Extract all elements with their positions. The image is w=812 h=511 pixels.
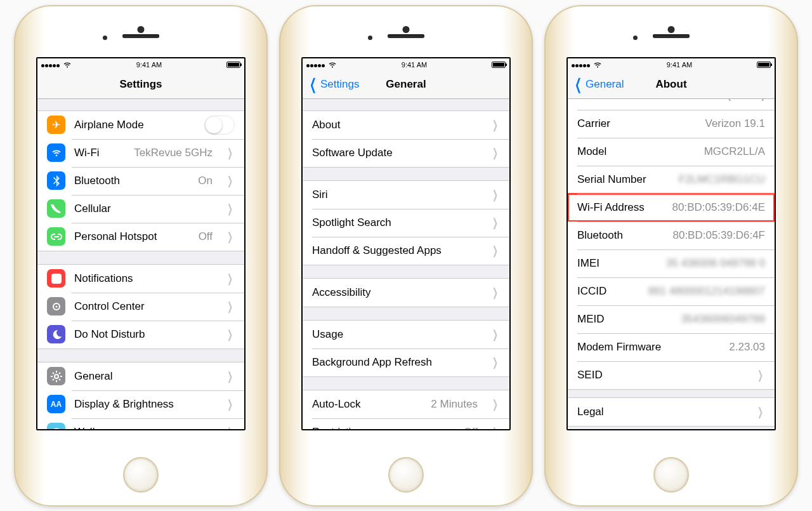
row-siri[interactable]: Siri❯ <box>303 181 509 209</box>
row-personal-hotspot[interactable]: Personal Hotspot Off ❯ <box>37 223 244 251</box>
chevron-right-icon: ❯ <box>492 328 498 342</box>
chevron-right-icon: ❯ <box>227 230 233 244</box>
row-display-brightness[interactable]: AA Display & Brightness ❯ <box>37 390 244 418</box>
chevron-right-icon: ❯ <box>492 146 498 160</box>
chevron-right-icon: ❯ <box>492 425 498 429</box>
battery-icon <box>492 62 506 68</box>
screen-about: 9:41 AM ❮ General About Version8.3 (12F7… <box>566 57 776 430</box>
row-general[interactable]: General ❯ <box>37 362 244 390</box>
bluetooth-icon <box>47 171 65 190</box>
sensor-dot <box>103 36 107 40</box>
back-button[interactable]: ❮ Settings <box>306 71 359 98</box>
chevron-right-icon: ❯ <box>227 272 233 286</box>
clock: 9:41 AM <box>136 61 162 69</box>
row-iccid: ICCID891 4800001214198807 <box>568 277 775 305</box>
chevron-left-icon: ❮ <box>575 77 582 92</box>
row-model: ModelMGCR2LL/A <box>568 138 775 166</box>
earpiece-speaker <box>653 34 690 38</box>
row-spotlight-search[interactable]: Spotlight Search❯ <box>303 209 509 237</box>
row-background-app-refresh[interactable]: Background App Refresh❯ <box>303 348 509 376</box>
airplane-icon: ✈ <box>47 116 65 134</box>
row-do-not-disturb[interactable]: Do Not Disturb ❯ <box>37 321 244 348</box>
sensor-dot <box>633 36 638 40</box>
row-auto-lock[interactable]: Auto-Lock2 Minutes❯ <box>303 390 509 418</box>
nav-header: ❮ Settings General <box>303 71 509 99</box>
row-airplane-mode[interactable]: ✈ Airplane Mode <box>37 111 244 139</box>
row-imei: IMEI35 436006 049799 0 <box>568 249 775 277</box>
cellular-icon <box>47 199 65 218</box>
chevron-right-icon: ❯ <box>227 425 233 429</box>
row-wallpaper[interactable]: Wallpaper ❯ <box>37 418 244 429</box>
svg-point-1 <box>55 305 57 307</box>
row-usage[interactable]: Usage❯ <box>303 321 509 348</box>
wallpaper-icon <box>47 423 65 429</box>
row-about[interactable]: About❯ <box>303 111 509 139</box>
signal-dots-icon <box>306 61 325 69</box>
display-icon: AA <box>47 395 65 413</box>
screen-general: 9:41 AM ❮ Settings General About❯ Softwa… <box>301 57 511 430</box>
dnd-moon-icon <box>47 325 65 343</box>
row-carrier: CarrierVerizon 19.1 <box>568 110 775 138</box>
row-control-center[interactable]: Control Center ❯ <box>37 293 244 321</box>
row-cellular[interactable]: Cellular ❯ <box>37 195 244 223</box>
row-serial-number: Serial NumberF2LMC1RBG1CU <box>568 166 775 194</box>
status-bar: 9:41 AM <box>568 58 775 71</box>
row-software-update[interactable]: Software Update❯ <box>303 139 509 167</box>
chevron-right-icon: ❯ <box>227 328 233 342</box>
chevron-right-icon: ❯ <box>227 369 233 383</box>
nav-title: General <box>386 78 426 91</box>
wifi-icon <box>328 62 337 68</box>
chevron-right-icon: ❯ <box>757 405 763 419</box>
camera-dot <box>138 26 145 33</box>
row-wifi-address: Wi-Fi Address80:BD:05:39:D6:4E <box>568 194 775 222</box>
chevron-right-icon: ❯ <box>227 146 233 160</box>
wifi-icon <box>63 62 72 68</box>
row-seid[interactable]: SEID❯ <box>568 361 775 389</box>
chevron-right-icon: ❯ <box>492 188 498 202</box>
group-network: ✈ Airplane Mode Wi-Fi TekRevue 5GHz ❯ Bl… <box>37 110 244 251</box>
camera-dot <box>403 26 410 33</box>
chevron-right-icon: ❯ <box>227 397 233 411</box>
sensor-dot <box>368 36 372 40</box>
signal-dots-icon <box>572 61 591 69</box>
home-button[interactable] <box>388 457 424 493</box>
row-bluetooth[interactable]: Bluetooth On ❯ <box>37 167 244 195</box>
status-bar: 9:41 AM <box>37 58 244 71</box>
phone-1-settings: 9:41 AM Settings ✈ Airplane Mode Wi-Fi T… <box>14 5 268 507</box>
row-restrictions[interactable]: RestrictionsOff❯ <box>303 418 509 429</box>
chevron-right-icon: ❯ <box>492 397 498 411</box>
home-button[interactable] <box>653 457 689 493</box>
wifi-icon <box>593 62 602 68</box>
chevron-right-icon: ❯ <box>227 174 233 188</box>
row-version: Version8.3 (12F70) <box>568 99 775 110</box>
chevron-right-icon: ❯ <box>227 202 233 216</box>
svg-point-3 <box>53 428 60 429</box>
row-meid: MEID35436006049799 <box>568 305 775 333</box>
status-bar: 9:41 AM <box>303 58 509 71</box>
earpiece-speaker <box>122 34 159 38</box>
group-notifications: Notifications ❯ Control Center ❯ Do Not … <box>37 264 244 349</box>
row-notifications[interactable]: Notifications ❯ <box>37 265 244 293</box>
nav-header: Settings <box>37 71 244 99</box>
notifications-icon <box>47 269 65 288</box>
row-handoff[interactable]: Handoff & Suggested Apps❯ <box>303 237 509 265</box>
chevron-right-icon: ❯ <box>492 118 498 132</box>
row-wifi[interactable]: Wi-Fi TekRevue 5GHz ❯ <box>37 139 244 167</box>
gear-icon <box>47 367 65 385</box>
home-button[interactable] <box>123 457 159 493</box>
nav-title: About <box>655 78 686 91</box>
chevron-right-icon: ❯ <box>227 300 233 314</box>
control-center-icon <box>47 297 65 315</box>
row-legal[interactable]: Legal❯ <box>568 398 775 426</box>
nav-title: Settings <box>119 78 162 91</box>
row-accessibility[interactable]: Accessibility❯ <box>303 279 509 307</box>
battery-icon <box>226 62 240 68</box>
row-bluetooth-address: Bluetooth80:BD:05:39:D6:4F <box>568 222 775 249</box>
svg-point-2 <box>55 375 58 378</box>
chevron-right-icon: ❯ <box>757 368 763 382</box>
chevron-right-icon: ❯ <box>492 355 498 369</box>
back-button[interactable]: ❮ General <box>572 71 624 98</box>
clock: 9:41 AM <box>667 61 692 69</box>
airplane-toggle[interactable] <box>204 116 235 135</box>
camera-dot <box>668 26 675 33</box>
